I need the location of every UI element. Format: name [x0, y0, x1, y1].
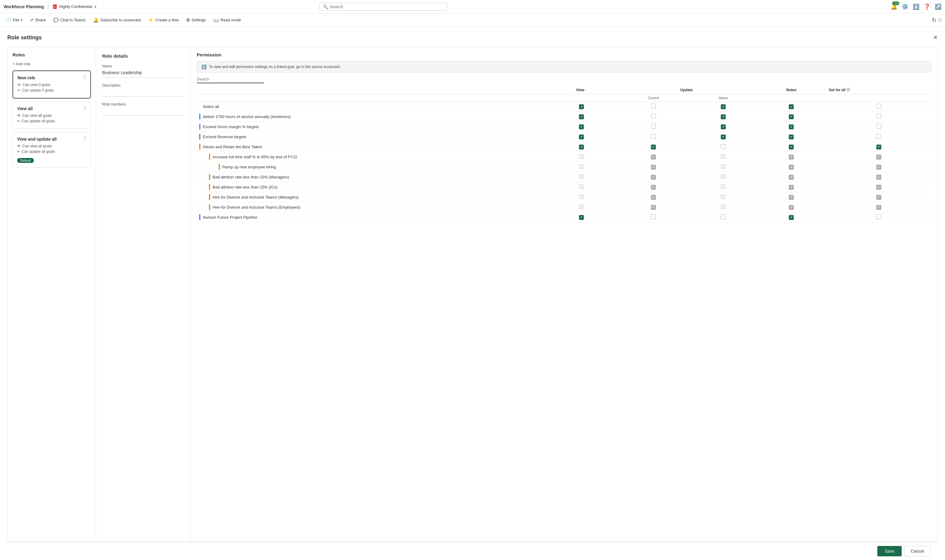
- role-card-view-2: 👁 Can view all goals: [17, 144, 86, 148]
- notes-cell-11: [756, 212, 826, 222]
- cb-2-status[interactable]: [721, 125, 726, 129]
- cb-2-view[interactable]: [579, 125, 584, 129]
- share-button[interactable]: ↗ Share: [26, 16, 49, 25]
- permission-search-input[interactable]: [197, 77, 264, 82]
- cb-3-view[interactable]: [579, 134, 584, 139]
- cb-11-current[interactable]: [651, 214, 656, 219]
- cb-0-notes[interactable]: [789, 104, 794, 109]
- add-role-button[interactable]: + Add role: [12, 62, 31, 66]
- status-cell-9: [690, 192, 756, 202]
- cb-0-status[interactable]: [721, 104, 726, 109]
- desc-value[interactable]: [102, 89, 184, 97]
- cb-2-current[interactable]: [651, 124, 656, 129]
- flow-icon: ⚡: [148, 17, 154, 23]
- permission-table-body: Select all deliver 1700 hours of service…: [197, 102, 931, 222]
- refresh-icon[interactable]: ↻: [932, 17, 936, 23]
- sub-goal-header: [197, 94, 546, 102]
- current-cell-3: [617, 132, 690, 142]
- status-cell-0: [690, 102, 756, 112]
- search-input[interactable]: [330, 4, 444, 9]
- notes-cell-10: [756, 202, 826, 212]
- flow-button[interactable]: ⚡ Create a flow: [145, 16, 182, 25]
- read-mode-button[interactable]: 📖 Read mode: [210, 16, 244, 25]
- share-icon[interactable]: ↗️: [935, 3, 941, 10]
- goal-bar-2: [199, 123, 200, 130]
- file-button[interactable]: 📄 File ▾: [2, 16, 25, 25]
- cb-6-current: [651, 165, 656, 169]
- role-card-name-0: New role: [17, 75, 86, 80]
- cb-8-current: [651, 185, 656, 190]
- chat-teams-button[interactable]: 💬 Chat in Teams: [50, 16, 89, 25]
- cb-1-status[interactable]: [721, 114, 726, 119]
- cb-6-status: [721, 164, 726, 169]
- goal-cell-4: Attract and Retain the Best Talent: [197, 142, 546, 152]
- read-icon: 📖: [213, 17, 219, 23]
- current-cell-4: [617, 142, 690, 152]
- role-card-0[interactable]: ⋮ New role 👁 Can view 0 goals ✏ Can upda…: [12, 71, 91, 98]
- dialog-body: Roles + Add role ⋮ New role 👁 Can view 0…: [7, 47, 938, 542]
- update-meta-icon-1: ✏: [17, 119, 20, 123]
- current-cell-7: [617, 172, 690, 182]
- name-label: Name: [102, 64, 184, 68]
- role-card-name-2: View and update all: [17, 137, 86, 142]
- setall-cell-7: [826, 172, 931, 182]
- set-for-all-column-header: Set for all ⓘ: [826, 86, 931, 94]
- cb-0-current[interactable]: [651, 104, 656, 109]
- cb-3-setall[interactable]: [876, 134, 881, 139]
- setall-cell-4: [826, 142, 931, 152]
- cb-1-notes[interactable]: [789, 114, 794, 119]
- cb-3-status[interactable]: [721, 134, 726, 139]
- cb-11-status[interactable]: [721, 214, 726, 219]
- name-value[interactable]: Business Leadership: [102, 70, 184, 78]
- star-icon[interactable]: ☆: [938, 17, 943, 23]
- table-row: Hire for Diverse and Inclusive Teams (Em…: [197, 202, 931, 212]
- settings-button[interactable]: ⚙ Settings: [183, 16, 209, 25]
- cb-0-view[interactable]: [579, 104, 584, 109]
- sub-view-header: [546, 94, 617, 102]
- cb-1-current[interactable]: [651, 114, 656, 118]
- cb-4-setall[interactable]: [876, 145, 881, 149]
- role-card-more-0[interactable]: ⋮: [82, 74, 87, 80]
- members-label: Role members: [102, 102, 184, 106]
- setall-cell-1: [826, 112, 931, 122]
- role-card-1[interactable]: ⋮ View all 👁 Can view all goals ✏ Can up…: [12, 102, 91, 129]
- goal-label-6: Ramp up new employee hiring: [222, 165, 276, 169]
- save-button[interactable]: Save: [877, 546, 902, 556]
- cb-2-notes[interactable]: [789, 125, 794, 129]
- cancel-button[interactable]: Cancel: [904, 546, 930, 556]
- cb-0-setall[interactable]: [876, 104, 881, 109]
- members-value[interactable]: [102, 108, 184, 115]
- cb-3-notes[interactable]: [789, 134, 794, 139]
- cb-11-setall[interactable]: [876, 214, 881, 219]
- cb-4-status[interactable]: [721, 144, 726, 149]
- app-title: Workforce Planning: [4, 4, 44, 9]
- help-icon[interactable]: ❓: [923, 3, 930, 10]
- cb-7-view: [579, 174, 584, 179]
- cb-4-notes[interactable]: [789, 145, 794, 149]
- settings-icon[interactable]: ⚙️: [902, 3, 908, 10]
- role-card-more-2[interactable]: ⋮: [83, 135, 88, 141]
- subscribe-button[interactable]: 🔔 Subscribe to scorecard: [90, 16, 144, 25]
- current-cell-10: [617, 202, 690, 212]
- cb-11-notes[interactable]: [789, 215, 794, 220]
- cb-4-current[interactable]: [651, 145, 656, 149]
- cb-4-view[interactable]: [579, 145, 584, 149]
- close-button[interactable]: ✕: [933, 34, 938, 41]
- role-card-2[interactable]: ⋮ View and update all 👁 Can view all goa…: [12, 132, 91, 168]
- cb-1-setall[interactable]: [876, 114, 881, 118]
- dropdown-arrow[interactable]: ▾: [95, 5, 96, 9]
- cb-11-view[interactable]: [579, 215, 584, 220]
- dialog-footer: Save Cancel: [7, 542, 938, 560]
- cb-1-view[interactable]: [579, 114, 584, 119]
- goal-bar-3: [199, 134, 200, 140]
- cb-3-current[interactable]: [651, 134, 656, 139]
- goal-cell-8: Bad attrition rate less than 15% (ICs): [197, 182, 546, 192]
- notification-icon[interactable]: 🔔 119: [891, 3, 897, 10]
- download-icon[interactable]: ⬇️: [913, 3, 919, 10]
- goal-cell-11: Nurture Future Project Pipeline: [197, 212, 546, 222]
- status-cell-1: [690, 112, 756, 122]
- roles-panel-title: Roles: [12, 52, 91, 57]
- cb-2-setall[interactable]: [876, 124, 881, 129]
- role-card-more-1[interactable]: ⋮: [83, 105, 88, 111]
- sub-notes-header: [756, 94, 826, 102]
